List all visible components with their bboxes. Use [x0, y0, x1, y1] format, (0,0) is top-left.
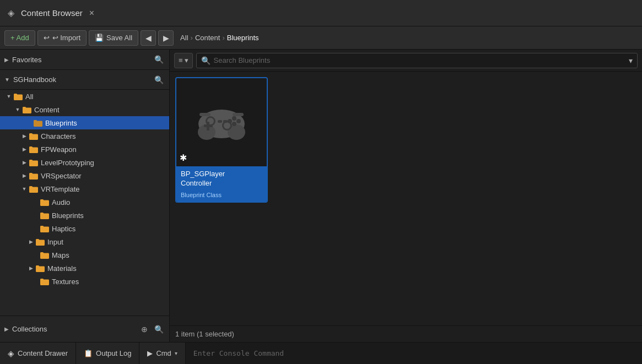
tree-item-all[interactable]: ▼ All [0, 90, 169, 103]
breadcrumb-sep-2: › [222, 34, 224, 42]
tree-label-haptics: Haptics [52, 225, 75, 233]
tree-label-fpweapon: FPWeapon [41, 145, 77, 154]
tree-label-blueprints-vrt: Blueprints [52, 211, 84, 220]
breadcrumb: All › Content › Blueprints [180, 34, 259, 42]
favorites-label: Favorites [12, 56, 41, 64]
status-bar: 1 item (1 selected) [170, 325, 642, 342]
expand-content: ▼ [13, 105, 22, 114]
content-drawer-label: Content Drawer [18, 349, 68, 357]
content-search-bar: ≡ ▾ 🔍 ▾ [170, 50, 642, 72]
search-box: 🔍 ▾ [196, 53, 638, 68]
svg-point-10 [236, 119, 241, 123]
folder-icon-all [13, 93, 23, 100]
toolbar: + Add ↩ ↩ Import 💾 Save All ◀ ▶ All › Co… [0, 26, 642, 50]
tree-item-vrtemplate[interactable]: ▼ VRTemplate [0, 182, 169, 195]
tree-item-blueprints[interactable]: ▶ Blueprints [0, 116, 169, 129]
sidebar: ▶ Favorites 🔍 ▼ SGHandbook 🔍 ▼ [0, 50, 170, 342]
forward-button[interactable]: ▶ [158, 30, 174, 46]
output-log-button[interactable]: 📋 Output Log [76, 343, 139, 364]
tree-label-audio: Audio [52, 198, 70, 207]
expand-materials: ▶ [26, 264, 35, 273]
expand-characters: ▶ [20, 132, 29, 140]
expand-all: ▼ [4, 92, 13, 101]
tree-item-materials[interactable]: ▶ Materials [0, 262, 169, 275]
svg-point-11 [228, 119, 232, 123]
search-magnify-icon: 🔍 [201, 56, 211, 65]
sghandbook-label: SGHandbook [13, 75, 56, 84]
tree-item-haptics[interactable]: ▶ Haptics [0, 222, 169, 235]
favorites-section: ▶ Favorites 🔍 [0, 50, 169, 70]
console-command-input[interactable] [186, 343, 642, 364]
svg-rect-13 [218, 120, 222, 123]
search-collections-button[interactable]: 🔍 [153, 323, 165, 335]
output-log-label: Output Log [96, 349, 131, 357]
tree-item-fpweapon[interactable]: ▶ FPWeapon [0, 143, 169, 156]
tree-label-levelprototyping: LevelPrototyping [41, 159, 94, 167]
folder-icon-maps [40, 251, 50, 259]
svg-rect-16 [233, 113, 244, 116]
import-button[interactable]: ↩ ↩ Import [37, 30, 87, 46]
search-input[interactable] [214, 56, 625, 64]
folder-icon-audio [40, 198, 50, 206]
output-log-icon: 📋 [84, 349, 93, 357]
blueprint-card[interactable]: ✱ BP_SGPlayerController Blueprint Class [175, 77, 268, 203]
favorites-header[interactable]: ▶ Favorites 🔍 [0, 50, 169, 69]
cmd-icon: ▶ [147, 349, 153, 357]
tree-item-blueprints-vrt[interactable]: ▶ Blueprints [0, 209, 169, 222]
expand-vrspectator: ▶ [20, 171, 29, 180]
title-bar: ◈ Content Browser × [0, 0, 642, 26]
breadcrumb-content[interactable]: Content [195, 34, 220, 42]
save-all-button[interactable]: 💾 Save All [89, 30, 138, 46]
search-expand-button[interactable]: ▾ [629, 56, 633, 65]
sghandbook-chevron: ▼ [4, 77, 10, 83]
content-browser-icon: ◈ [6, 8, 17, 19]
collections-section[interactable]: ▶ Collections ⊕ 🔍 [0, 316, 169, 342]
card-name: BP_SGPlayerController [181, 170, 262, 188]
svg-point-9 [232, 116, 236, 121]
content-grid: ✱ BP_SGPlayerController Blueprint Class [170, 72, 642, 325]
tree-item-vrspectator[interactable]: ▶ VRSpectator [0, 169, 169, 182]
content-area: ≡ ▾ 🔍 ▾ [170, 50, 642, 342]
tree-label-vrtemplate: VRTemplate [41, 185, 80, 193]
add-button[interactable]: + Add [4, 30, 35, 46]
expand-fpweapon: ▶ [20, 145, 29, 154]
svg-rect-15 [199, 113, 211, 116]
tree-item-input[interactable]: ▶ Input [0, 235, 169, 248]
tree-label-blueprints-selected: Blueprints [45, 119, 77, 127]
favorites-search-icon[interactable]: 🔍 [153, 53, 165, 66]
folder-icon-textures [40, 278, 50, 285]
favorites-chevron: ▶ [4, 57, 9, 63]
content-drawer-button[interactable]: ◈ Content Drawer [0, 343, 76, 364]
tree-label-content: Content [34, 106, 60, 114]
close-button[interactable]: × [89, 8, 94, 18]
tree-item-textures[interactable]: ▶ Textures [0, 275, 169, 288]
tree-item-content[interactable]: ▼ Content [0, 103, 169, 116]
tree-item-characters[interactable]: ▶ Characters [0, 129, 169, 143]
folder-icon-materials [35, 264, 45, 272]
import-icon: ↩ [44, 34, 50, 42]
tree-item-levelprototyping[interactable]: ▶ LevelPrototyping [0, 156, 169, 169]
star-icon: ✱ [180, 153, 187, 163]
collections-label: Collections [12, 325, 47, 333]
filter-icon: ≡ [179, 56, 183, 64]
folder-icon-input [35, 238, 45, 246]
add-collection-button[interactable]: ⊕ [138, 323, 150, 335]
tree-item-audio[interactable]: ▶ Audio [0, 195, 169, 209]
window-title: Content Browser [21, 8, 83, 18]
sghandbook-search-icon[interactable]: 🔍 [153, 74, 165, 86]
back-button[interactable]: ◀ [141, 30, 156, 46]
breadcrumb-blueprints[interactable]: Blueprints [227, 34, 259, 42]
save-icon: 💾 [95, 34, 104, 42]
svg-rect-8 [207, 122, 209, 131]
folder-icon-blueprints [33, 119, 43, 127]
tree-label-input: Input [47, 238, 63, 246]
filter-button[interactable]: ≡ ▾ [174, 53, 193, 68]
tree-item-maps[interactable]: ▶ Maps [0, 248, 169, 262]
tree-label-materials: Materials [47, 264, 77, 273]
bottom-bar: ◈ Content Drawer 📋 Output Log ▶ Cmd ▾ [0, 342, 642, 364]
breadcrumb-all[interactable]: All [180, 34, 188, 42]
folder-icon-blueprints-vrt [40, 211, 50, 219]
card-thumbnail: ✱ [176, 78, 267, 166]
tree-label-textures: Textures [52, 278, 79, 286]
cmd-button[interactable]: ▶ Cmd ▾ [139, 343, 185, 364]
